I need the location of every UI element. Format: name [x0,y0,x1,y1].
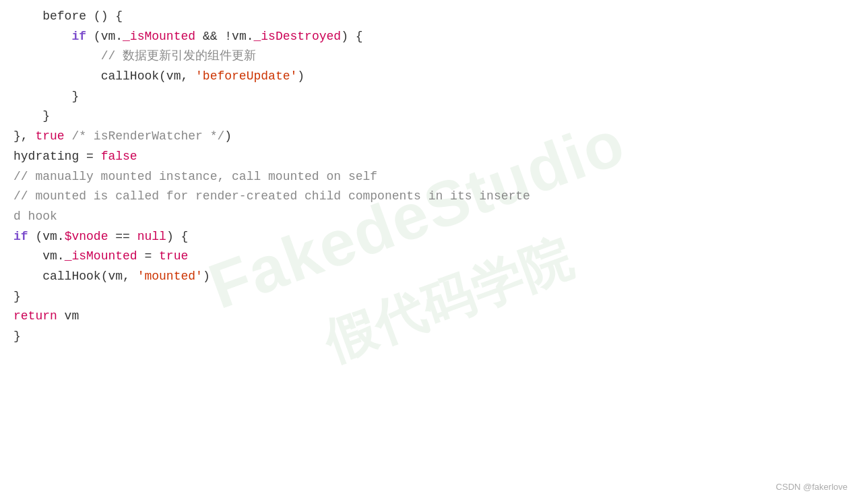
code-line: // manually mounted instance, call mount… [13,167,848,187]
footer-label: CSDN @fakerlove [776,480,848,495]
code-line: } [13,106,848,127]
code-line: return vm [13,307,848,327]
code-block: before () { if (vm._isMounted && !vm._is… [0,0,861,360]
code-line: } [13,87,848,107]
code-line: vm._isMounted = true [13,247,848,267]
code-line: callHook(vm, 'beforeUpdate') [13,67,848,87]
code-line: hydrating = false [13,147,848,167]
code-line: d hook [13,207,848,227]
code-line: } [13,287,848,307]
code-line: } [13,327,848,347]
code-line: if (vm._isMounted && !vm._isDestroyed) { [13,27,848,47]
code-line: }, true /* isRenderWatcher */) [13,127,848,147]
code-line: if (vm.$vnode == null) { [13,227,848,247]
code-line: before () { [13,7,848,27]
code-line: callHook(vm, 'mounted') [13,267,848,287]
code-line: // 数据更新引发的组件更新 [13,46,848,67]
code-line: // mounted is called for render-created … [13,187,848,207]
